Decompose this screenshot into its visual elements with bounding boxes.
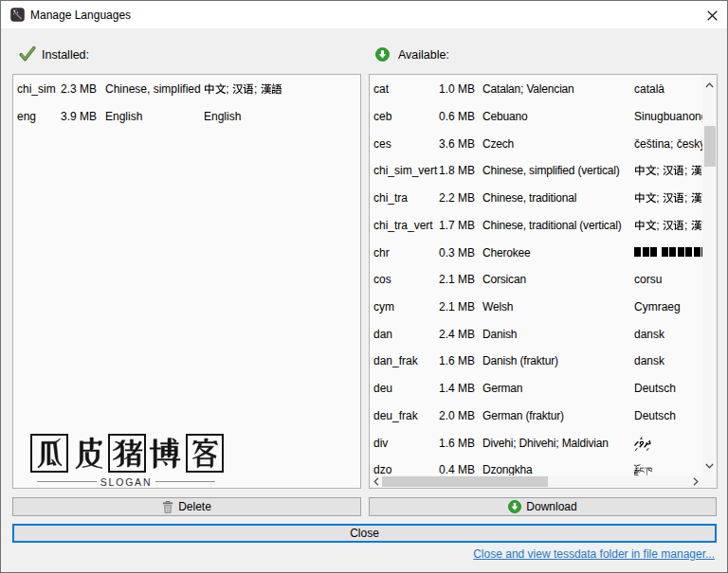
tofu-glyph bbox=[678, 247, 684, 257]
download-circle-icon bbox=[508, 500, 521, 513]
cell-size: 2.1 MB bbox=[439, 294, 475, 321]
cell-name: Dzongkha bbox=[482, 457, 533, 475]
available-row-ces[interactable]: ces3.6 MBCzechčeština; český jazyk bbox=[370, 131, 702, 158]
close-icon[interactable] bbox=[701, 4, 723, 27]
scroll-up-icon[interactable] bbox=[702, 75, 717, 95]
available-row-cat[interactable]: cat1.0 MBCatalan; Valenciancatalà bbox=[370, 76, 702, 103]
installed-panel: chi_sim2.3 MBChinese, simplified; ; eng3… bbox=[12, 74, 361, 489]
available-row-chr[interactable]: chr0.3 MBCherokee bbox=[370, 240, 702, 267]
cell-name: Welsh bbox=[482, 294, 513, 321]
cell-name: Chinese, traditional bbox=[482, 185, 576, 212]
cell-code: ceb bbox=[373, 103, 391, 131]
cell-size: 0.4 MB bbox=[439, 457, 475, 475]
scroll-left-icon[interactable] bbox=[370, 475, 383, 488]
watermark-char-boxed bbox=[186, 434, 224, 473]
vertical-scrollbar-thumb[interactable] bbox=[704, 126, 716, 167]
installed-list[interactable]: chi_sim2.3 MBChinese, simplified; ; eng3… bbox=[13, 75, 360, 488]
watermark-char bbox=[73, 434, 105, 473]
cell-size: 1.4 MB bbox=[439, 375, 475, 403]
cell-name: Danish (fraktur) bbox=[482, 348, 558, 375]
available-row-dan_frak[interactable]: dan_frak1.6 MBDanish (fraktur)dansk bbox=[370, 348, 702, 375]
delete-button[interactable]: Delete bbox=[12, 497, 361, 516]
cell-native: Sinugbuanong Binisaya bbox=[634, 103, 702, 131]
available-label: Available: bbox=[398, 48, 449, 63]
available-list[interactable]: cat1.0 MBCatalan; Valenciancatalàceb0.6 … bbox=[370, 75, 702, 475]
cell-size: 1.8 MB bbox=[439, 157, 475, 185]
cell-code: cym bbox=[373, 294, 394, 321]
watermark-char-boxed bbox=[30, 434, 68, 473]
installed-row-eng[interactable]: eng3.9 MBEnglishEnglish bbox=[13, 103, 360, 131]
close-button-label: Close bbox=[350, 527, 379, 540]
available-row-chi_tra[interactable]: chi_tra2.2 MBChinese, traditional; ; bbox=[370, 185, 702, 212]
slogan-line-right bbox=[155, 481, 215, 483]
vertical-scrollbar[interactable] bbox=[702, 75, 717, 475]
available-row-dzo[interactable]: dzo0.4 MBDzongkha bbox=[370, 457, 702, 475]
cell-name: German (fraktur) bbox=[482, 403, 564, 430]
cell-size: 2.2 MB bbox=[439, 185, 475, 212]
slogan-line-left bbox=[37, 481, 97, 483]
tofu-glyph bbox=[694, 247, 701, 257]
cell-code: eng bbox=[17, 103, 36, 131]
cell-name: Danish bbox=[482, 321, 517, 349]
watermark-char bbox=[149, 434, 181, 473]
cell-name: Chinese, simplified (vertical) bbox=[482, 157, 620, 185]
watermark-slogan: SLOGAN bbox=[37, 475, 215, 488]
tofu-glyph bbox=[662, 247, 668, 257]
app-icon bbox=[10, 8, 25, 22]
cell-size: 1.6 MB bbox=[439, 430, 475, 457]
cell-code: cos bbox=[373, 266, 391, 294]
cell-code: chi_tra_vert bbox=[373, 212, 433, 240]
cell-name: Catalan; Valencian bbox=[482, 76, 574, 103]
cell-code: deu bbox=[373, 375, 392, 403]
cell-native: dansk bbox=[634, 321, 702, 349]
available-row-ceb[interactable]: ceb0.6 MBCebuanoSinugbuanong Binisaya bbox=[370, 103, 702, 131]
cell-native: ; ; bbox=[634, 157, 702, 185]
window-title: Manage Languages bbox=[30, 1, 131, 28]
cell-size: 2.4 MB bbox=[439, 321, 475, 349]
delete-button-label: Delete bbox=[178, 500, 211, 513]
tofu-glyph bbox=[634, 247, 641, 257]
cell-native: corsu bbox=[634, 266, 702, 294]
cell-native: English bbox=[204, 103, 241, 131]
close-button[interactable]: Close bbox=[12, 524, 717, 543]
available-row-chi_sim_vert[interactable]: chi_sim_vert1.8 MBChinese, simplified (v… bbox=[370, 157, 702, 185]
cell-code: ces bbox=[373, 131, 391, 158]
cell-name: Cherokee bbox=[482, 240, 531, 267]
tessdata-folder-link[interactable]: Close and view tessdata folder in file m… bbox=[473, 547, 715, 561]
cell-code: chi_sim_vert bbox=[373, 157, 437, 185]
cell-size: 2.0 MB bbox=[439, 403, 475, 430]
scroll-down-icon[interactable] bbox=[702, 456, 717, 475]
available-row-chi_tra_vert[interactable]: chi_tra_vert1.7 MBChinese, traditional (… bbox=[370, 212, 702, 240]
download-button-label: Download bbox=[526, 500, 576, 513]
available-row-deu[interactable]: deu1.4 MBGermanDeutsch bbox=[370, 375, 702, 403]
scrollbar-corner bbox=[702, 475, 717, 488]
horizontal-scrollbar[interactable] bbox=[370, 475, 702, 488]
horizontal-scrollbar-thumb[interactable] bbox=[382, 476, 548, 487]
installed-row-chi_sim[interactable]: chi_sim2.3 MBChinese, simplified; ; bbox=[13, 76, 360, 103]
available-row-deu_frak[interactable]: deu_frak2.0 MBGerman (fraktur)Deutsch bbox=[370, 403, 702, 430]
trash-icon bbox=[162, 501, 173, 513]
available-row-div[interactable]: div1.6 MBDivehi; Dhivehi; Maldivian bbox=[370, 430, 702, 457]
scroll-right-icon[interactable] bbox=[689, 475, 702, 488]
titlebar[interactable]: Manage Languages bbox=[1, 1, 727, 28]
cell-code: dan bbox=[373, 321, 392, 349]
cell-name: Corsican bbox=[482, 266, 526, 294]
cell-name: Chinese, simplified bbox=[105, 76, 201, 103]
slogan-text: SLOGAN bbox=[100, 476, 153, 488]
watermark-char-boxed bbox=[108, 434, 146, 473]
available-row-cos[interactable]: cos2.1 MBCorsicancorsu bbox=[370, 266, 702, 294]
tofu-glyph bbox=[650, 247, 657, 257]
cell-size: 3.9 MB bbox=[61, 103, 97, 131]
cell-native: Deutsch bbox=[634, 403, 702, 430]
available-row-dan[interactable]: dan2.4 MBDanishdansk bbox=[370, 321, 702, 349]
cell-size: 3.6 MB bbox=[439, 131, 475, 158]
tofu-glyph bbox=[685, 247, 692, 257]
download-button[interactable]: Download bbox=[369, 497, 717, 516]
cell-size: 1.6 MB bbox=[439, 348, 475, 375]
tofu-glyph bbox=[669, 247, 676, 257]
cell-code: dan_frak bbox=[373, 348, 418, 375]
cell-name: English bbox=[105, 103, 142, 131]
cell-native: ; ; bbox=[634, 212, 702, 240]
available-row-cym[interactable]: cym2.1 MBWelshCymraeg bbox=[370, 294, 702, 321]
available-panel: cat1.0 MBCatalan; Valenciancatalàceb0.6 … bbox=[369, 74, 718, 489]
